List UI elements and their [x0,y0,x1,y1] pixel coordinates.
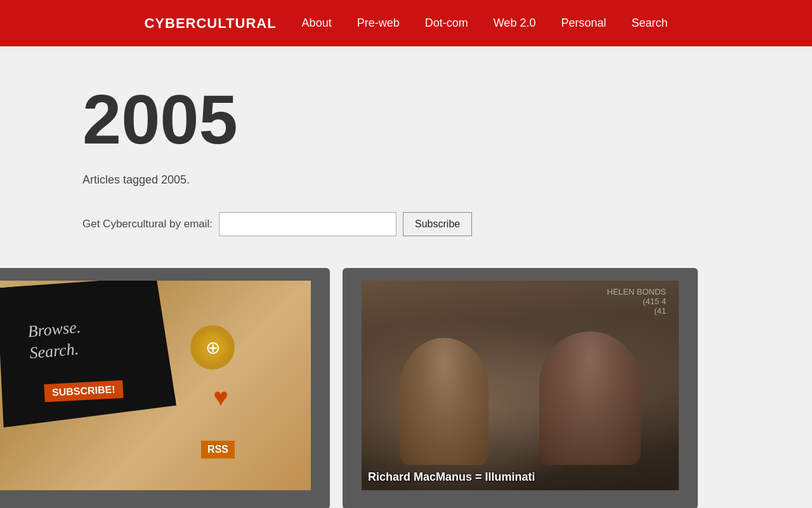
person-left-silhouette [400,338,488,465]
patch-rss-label: RSS [201,441,235,458]
store-sign-line2: (415 4 [643,297,666,306]
nav-personal[interactable]: Personal [561,17,606,30]
nav-about[interactable]: About [302,17,332,30]
card-img-patches: Browse. Search. SUBSCRIBE! ⊕ ♥ RSS [0,281,311,490]
cards-row: Browse. Search. SUBSCRIBE! ⊕ ♥ RSS [0,268,710,508]
store-sign-line3: (41 [654,306,666,316]
main-content: 2005 Articles tagged 2005. Get Cybercult… [44,46,768,236]
card-image-wrapper-2: HELEN BONDS (415 4 (41 Richard MacManus … [355,281,685,490]
patch-text: Browse. Search. [27,316,83,364]
subscribe-button[interactable]: Subscribe [403,212,472,236]
fabric-patch-main [0,281,177,428]
card-patches[interactable]: Browse. Search. SUBSCRIBE! ⊕ ♥ RSS [0,268,330,508]
subscribe-row: Get Cybercultural by email: Subscribe [82,212,730,236]
card-video[interactable]: HELEN BONDS (415 4 (41 Richard MacManus … [343,268,698,508]
nav-dot-com[interactable]: Dot-com [425,17,468,30]
store-sign-line1: HELEN BONDS [607,287,666,297]
patch-circle-icon: ⊕ [206,337,220,358]
patch-line1: Browse. [27,318,81,340]
nav-web2[interactable]: Web 2.0 [494,17,536,30]
page-description: Articles tagged 2005. [82,173,730,187]
site-brand[interactable]: CYBERCULTURAL [144,15,276,32]
video-caption: Richard MacManus = Illuminati [368,471,535,484]
subscribe-label: Get Cybercultural by email: [82,218,213,231]
page-year: 2005 [82,84,730,154]
nav-search[interactable]: Search [631,17,667,30]
site-header: CYBERCULTURAL About Pre-web Dot-com Web … [0,0,812,46]
card-image-wrapper-1: Browse. Search. SUBSCRIBE! ⊕ ♥ RSS [0,281,317,490]
patch-line2: Search. [29,340,79,363]
card-img-video: HELEN BONDS (415 4 (41 Richard MacManus … [362,281,679,490]
patch-heart-icon: ♥ [213,382,228,412]
person-right-silhouette [539,331,641,465]
store-sign: HELEN BONDS (415 4 (41 [607,287,666,316]
nav-pre-web[interactable]: Pre-web [357,17,400,30]
patch-circle-badge: ⊕ [190,325,235,370]
email-input[interactable] [219,212,396,236]
